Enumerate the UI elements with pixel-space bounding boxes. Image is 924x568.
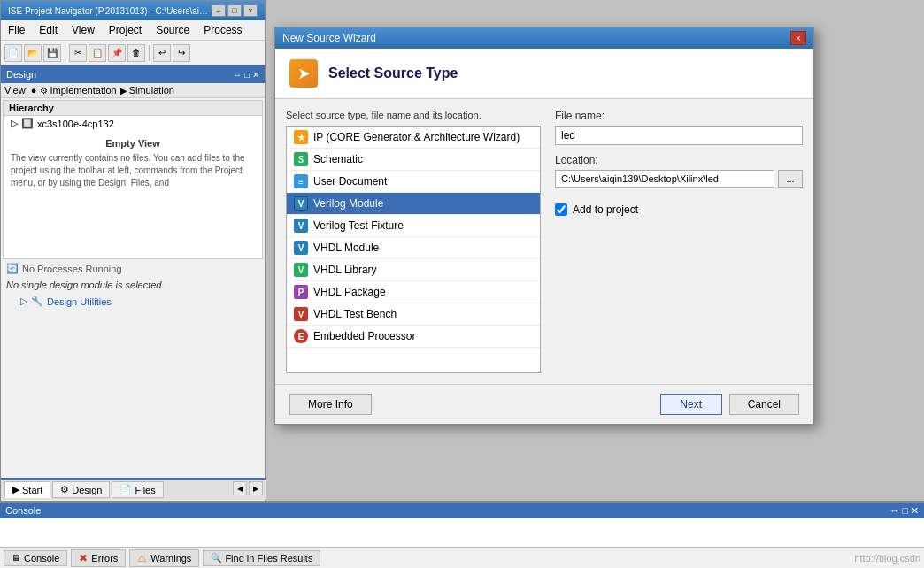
toolbar-copy[interactable]: 📋 [89,44,106,62]
simulation-label: Simulation [129,85,174,96]
title-bar: ISE Project Navigator (P.20131013) - C:\… [1,1,265,20]
expand-icon: ▷ [11,118,18,129]
dialog-close-button[interactable]: × [790,31,806,45]
toolbar-sep2 [149,45,150,61]
source-icon-ep: E [294,329,308,343]
design-panel-header: Design ↔ □ ✕ [1,65,265,83]
status-console-tab[interactable]: 🖥 Console [4,550,67,566]
menu-source[interactable]: Source [152,22,193,38]
source-item-p[interactable]: PVHDL Package [287,281,540,303]
watermark: http://blog.csdn [854,553,920,564]
design-utilities[interactable]: ▷ 🔧 Design Utilities [3,294,263,309]
files-tab-icon: 📄 [119,484,132,495]
source-icon-p: P [294,285,308,299]
source-item-vhdl[interactable]: VVHDL Library [287,259,540,281]
process-running-label: No Processes Running [22,264,122,274]
source-item-vhd[interactable]: VVHDL Module [287,237,540,259]
minimize-button[interactable]: − [212,4,226,17]
hierarchy-panel: Hierarchy ▷ 🔲 xc3s100e-4cp132 Empty View… [3,100,263,259]
device-item[interactable]: ▷ 🔲 xc3s100e-4cp132 [4,116,262,131]
location-group: Location: ... [555,154,803,188]
console-title: Console [5,505,41,516]
source-label-vhd: VHDL Module [313,242,379,254]
toolbar: 📄 📂 💾 ✂ 📋 📌 🗑 ↩ ↪ [1,41,265,65]
toolbar-open[interactable]: 📂 [24,44,42,62]
source-item-tb[interactable]: VVHDL Test Bench [287,303,540,326]
title-bar-buttons: − □ × [212,4,258,17]
next-button[interactable]: Next [660,394,722,415]
source-icon-doc: ≡ [294,174,308,188]
dialog-action-buttons: Next Cancel [660,394,799,415]
tab-start[interactable]: ▶ Start [4,481,50,498]
console-max-icon[interactable]: □ [902,505,908,517]
add-to-project-row: Add to project [555,203,803,216]
source-item-v[interactable]: VVerilog Module [287,193,540,215]
status-find-tab[interactable]: 🔍 Find in Files Results [203,550,320,566]
tab-files[interactable]: 📄 Files [112,481,163,498]
toolbar-delete[interactable]: 🗑 [127,44,145,62]
source-type-list: ★IP (CORE Generator & Architecture Wizar… [286,126,541,373]
dialog-footer: More Info Next Cancel [275,384,813,424]
filename-input[interactable] [555,126,803,145]
source-label-v: Verilog Module [313,197,383,210]
design-close-icon[interactable]: ✕ [252,70,259,80]
toolbar-undo[interactable]: ↩ [153,44,171,62]
toolbar-new[interactable]: 📄 [4,44,22,62]
toolbar-redo[interactable]: ↪ [173,44,190,62]
tab-implementation[interactable]: ⚙ Implementation [40,85,116,96]
dialog-header: ➤ Select Source Type [275,49,813,99]
more-info-button[interactable]: More Info [289,394,372,415]
menu-project[interactable]: Project [105,22,145,38]
tab-simulation[interactable]: ▶ Simulation [120,85,174,96]
source-item-doc[interactable]: ≡User Document [287,171,540,193]
dialog-title-bar: New Source Wizard × [275,27,813,49]
source-icon-vt: V [294,219,308,233]
status-warnings-tab[interactable]: ⚠ Warnings [129,549,199,567]
maximize-button[interactable]: □ [227,4,242,17]
bottom-panel-tabs: ▶ Start ⚙ Design 📄 Files ◀ ▶ [1,478,266,500]
add-to-project-checkbox[interactable] [555,203,567,216]
location-input[interactable] [555,170,774,188]
console-close-icon[interactable]: ✕ [911,505,919,517]
design-header-icons: ↔ □ ✕ [233,70,259,80]
menu-process[interactable]: Process [200,22,245,38]
implementation-label: Implementation [50,85,116,96]
panel-prev[interactable]: ◀ [233,481,247,495]
no-module-label: No single design module is selected. [6,280,165,290]
toolbar-paste[interactable]: 📌 [108,44,126,62]
tab-design[interactable]: ⚙ Design [52,481,110,498]
view-label: View: ● [4,85,36,96]
source-icon-v: V [294,196,308,211]
close-button[interactable]: × [243,4,258,17]
filename-label: File name: [555,110,803,122]
source-item-sch[interactable]: SSchematic [287,149,540,171]
status-errors-tab[interactable]: ✖ Errors [71,549,126,567]
menu-edit[interactable]: Edit [35,22,61,38]
toolbar-sep1 [65,45,65,61]
source-label-p: VHDL Package [313,286,386,298]
dialog-title: New Source Wizard [282,32,376,44]
hierarchy-header: Hierarchy [4,101,262,116]
design-max-icon[interactable]: □ [244,70,250,80]
toolbar-save[interactable]: 💾 [43,44,61,62]
source-item-vt[interactable]: VVerilog Test Fixture [287,215,540,237]
source-label-sch: Schematic [313,153,363,165]
source-item-ip[interactable]: ★IP (CORE Generator & Architecture Wizar… [287,127,540,149]
source-icon-ip: ★ [294,130,308,144]
design-float-icon[interactable]: ↔ [233,70,242,80]
right-section: File name: Location: ... Add to project [555,110,803,373]
source-item-ep[interactable]: EEmbedded Processor [287,326,540,348]
warnings-label: Warnings [150,553,191,564]
toolbar-cut[interactable]: ✂ [69,44,87,62]
source-label-vhdl: VHDL Library [313,264,377,276]
cancel-button[interactable]: Cancel [729,394,799,415]
panel-nav-buttons: ◀ ▶ [233,481,263,498]
console-float-icon[interactable]: ↔ [889,505,899,517]
menu-file[interactable]: File [4,22,28,38]
browse-button[interactable]: ... [778,170,803,188]
process-header: 🔄 No Processes Running [3,261,263,276]
errors-label: Errors [91,553,118,564]
tab-view: View: ● [4,85,36,96]
panel-next[interactable]: ▶ [249,481,263,495]
menu-view[interactable]: View [68,22,98,38]
